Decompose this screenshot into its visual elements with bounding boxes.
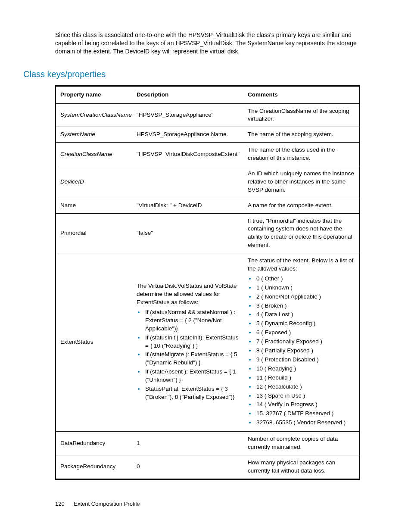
comments-cell: How many physical packages can currently… [243,455,360,479]
list-item: 0 ( Other ) [255,275,355,283]
page-number: 120 [55,501,65,507]
property-name-cell: DataRedundancy [56,432,132,455]
list-item: If (statusNormal && stateNormal ) : Exte… [144,308,239,333]
table-row: PackageRedundancy0How many physical pack… [56,455,360,479]
list-item: 32768..65535 ( Vendor Reserved ) [255,419,355,427]
description-cell: 1 [132,432,243,455]
table-row: SystemNameHPSVSP_StorageAppliance.Name.T… [56,127,360,143]
list-item: StatusPartial: ExtentStatus = { 3 ("Brok… [144,385,239,401]
description-cell: 0 [132,455,243,479]
footer-title: Extent Composition Profile [74,501,140,507]
table-row: Primordial"false"If true, "Primordial" i… [56,213,360,253]
description-cell: "false" [132,213,243,253]
table-row: Name"VirtualDisk: " + DeviceIDA name for… [56,198,360,213]
table-row: SystemCreationClassName"HPSVSP_StorageAp… [56,103,360,127]
list-item: 8 ( Partially Exposed ) [255,347,355,355]
list-item: 9 ( Protection Disabled ) [255,356,355,364]
list-item: 6 ( Exposed ) [255,329,355,337]
page-footer: 120 Extent Composition Profile [55,501,140,507]
property-name-cell: DeviceID [56,166,132,198]
property-name-cell: ExtentStatus [56,253,132,432]
property-name-cell: Primordial [56,213,132,253]
list-item: 13 ( Spare in Use ) [255,392,355,400]
table-row: CreationClassName"HPSVSP_VirtualDiskComp… [56,143,360,166]
list-item: 2 ( None/Not Applicable ) [255,293,355,301]
comments-cell: A name for the composite extent. [243,198,360,213]
list-item: 14 ( Verify In Progress ) [255,401,355,409]
comments-cell: The CreationClassName of the scoping vir… [243,103,360,127]
list-item: If (stateAbsent ): ExtentStatus = { 1 ("… [144,368,239,384]
list-item: 3 ( Broken ) [255,302,355,310]
list-item: 15..32767 ( DMTF Reserved ) [255,410,355,418]
description-cell: "HPSVSP_StorageAppliance" [132,103,243,127]
property-name-cell: SystemCreationClassName [56,103,132,127]
list-item: If (stateMigrate ): ExtentStatus = { 5 (… [144,351,239,367]
list-item: If (statusInit | stateInit): ExtentStatu… [144,334,239,350]
table-header-row: Property name Description Comments [56,86,360,103]
comments-cell: An ID which uniquely names the instance … [243,166,360,198]
comments-cell: The name of the scoping system. [243,127,360,143]
description-cell: HPSVSP_StorageAppliance.Name. [132,127,243,143]
table-row: DeviceIDAn ID which uniquely names the i… [56,166,360,198]
comments-cell: If true, "Primordial" indicates that the… [243,213,360,253]
list-item: 7 ( Fractionally Exposed ) [255,338,355,346]
list-item: 10 ( Readying ) [255,365,355,373]
description-cell: The VirtualDisk.VolStatus and VolState d… [132,253,243,432]
property-name-cell: PackageRedundancy [56,455,132,479]
property-name-cell: CreationClassName [56,143,132,166]
intro-paragraph: Since this class is associated one-to-on… [55,31,360,56]
comments-cell: Number of complete copies of data curren… [243,432,360,455]
description-cell: "VirtualDisk: " + DeviceID [132,198,243,213]
table-row: ExtentStatusThe VirtualDisk.VolStatus an… [56,253,360,432]
list-item: 12 ( Recalculate ) [255,383,355,391]
col-comments: Comments [243,86,360,103]
list-item: 5 ( Dynamic Reconfig ) [255,320,355,328]
comments-cell: The name of the class used in the creati… [243,143,360,166]
col-description: Description [132,86,243,103]
col-property-name: Property name [56,86,132,103]
table-row: DataRedundancy1Number of complete copies… [56,432,360,455]
list-item: 11 ( Rebuild ) [255,374,355,382]
description-cell [132,166,243,198]
property-name-cell: Name [56,198,132,213]
comments-cell: The status of the extent. Below is a lis… [243,253,360,432]
list-item: 4 ( Data Lost ) [255,311,355,319]
list-item: 1 ( Unknown ) [255,284,355,292]
properties-table: Property name Description Comments Syste… [55,85,360,480]
property-name-cell: SystemName [56,127,132,143]
description-cell: "HPSVSP_VirtualDiskCompositeExtent" [132,143,243,166]
section-heading: Class keys/properties [23,69,360,79]
